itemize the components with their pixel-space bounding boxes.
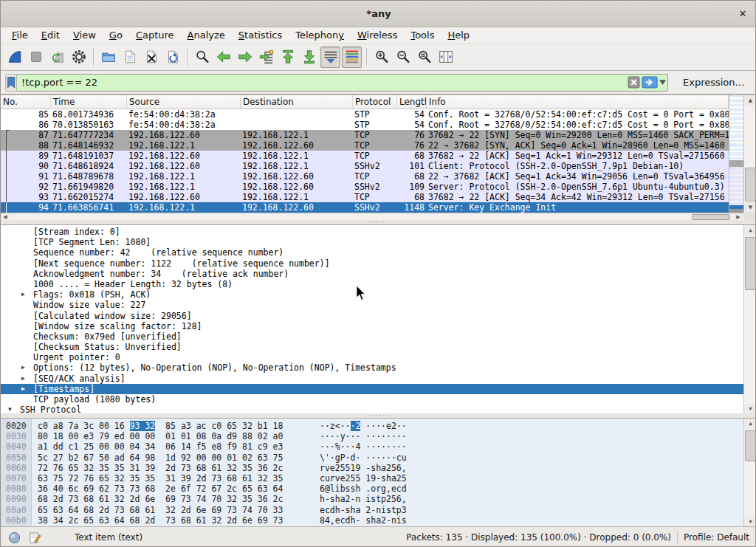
colorize-button[interactable] (342, 47, 362, 68)
packet-row-94[interactable]: 9471.663856741192.168.122.1192.168.122.6… (1, 202, 729, 213)
scrollbar-thumb[interactable] (745, 237, 756, 290)
open-file-button[interactable] (98, 47, 118, 68)
packet-row-85[interactable]: 8568.001734936fe:54:00:d4:38:2aSTP54Conf… (1, 109, 729, 120)
detail-line[interactable]: [TCP Segment Len: 1080] (1, 237, 743, 247)
hex-row-0030[interactable]: 003080 18 00 e3 79 ed 00 00 01 01 08 0a … (1, 431, 756, 441)
column-header-info[interactable]: Info (427, 95, 729, 109)
packet-row-93[interactable]: 9371.662015274192.168.122.60192.168.122.… (1, 192, 729, 202)
detail-line[interactable]: [Stream index: 0] (1, 227, 743, 237)
menu-capture[interactable]: Capture (129, 28, 181, 42)
find-packet-button[interactable] (192, 47, 212, 68)
menu-go[interactable]: Go (103, 28, 129, 42)
packet-row-86[interactable]: 8670.013850163fe:54:00:d4:38:2aSTP54Conf… (1, 120, 729, 130)
menu-file[interactable]: File (5, 28, 35, 42)
capture-options-button[interactable] (69, 47, 89, 68)
hex-row-00b0[interactable]: 00b038 34 2c 65 63 64 68 2d 73 68 61 32 … (1, 515, 756, 526)
zoom-original-button[interactable] (414, 47, 434, 68)
details-vscrollbar[interactable]: ▲ ▼ (743, 225, 756, 413)
packet-row-91[interactable]: 9171.648789678192.168.122.1192.168.122.6… (1, 171, 729, 182)
detail-line[interactable]: ▶[Timestamps] (1, 384, 743, 394)
detail-line[interactable]: [Checksum Status: Unverified] (1, 342, 743, 352)
bytes-vscrollbar[interactable]: ▲ ▼ (743, 419, 756, 526)
column-header-time[interactable]: Time (51, 95, 127, 109)
expander-closed-icon[interactable]: ▶ (21, 289, 25, 300)
menu-tools[interactable]: Tools (404, 28, 441, 42)
scrollbar-thumb[interactable] (745, 430, 756, 461)
zoom-out-button[interactable] (393, 47, 413, 68)
packet-list-vscrollbar[interactable]: ▲ ▼ (743, 95, 756, 213)
menu-statistics[interactable]: Statistics (232, 28, 289, 42)
scroll-up-icon[interactable]: ▲ (744, 419, 756, 429)
detail-line[interactable]: ▶[SEQ/ACK analysis] (1, 374, 743, 384)
detail-line[interactable]: Sequence number: 42 (relative sequence n… (1, 247, 743, 258)
packet-row-88[interactable]: 8871.648146932192.168.122.1192.168.122.6… (1, 140, 729, 151)
expander-closed-icon[interactable]: ▶ (21, 384, 25, 394)
menu-edit[interactable]: Edit (35, 28, 66, 42)
expander-closed-icon[interactable]: ▶ (21, 374, 25, 384)
zoom-in-button[interactable] (371, 47, 391, 68)
hex-row-0090[interactable]: 009068 2d 73 68 61 32 2d 6e 69 73 74 70 … (1, 494, 756, 504)
detail-line[interactable]: ▶Options: (12 bytes), No-Operation (NOP)… (1, 362, 743, 373)
display-filter-input[interactable] (17, 75, 667, 91)
go-first-button[interactable] (278, 47, 298, 68)
scroll-down-icon[interactable]: ▼ (744, 517, 756, 526)
hex-row-0080[interactable]: 008036 40 6c 69 62 73 73 68 2e 6f 72 67 … (1, 484, 756, 494)
column-header-destination[interactable]: Destination (241, 95, 353, 109)
expert-info-icon[interactable] (8, 531, 21, 544)
start-capture-button[interactable] (4, 47, 24, 68)
scroll-up-icon[interactable]: ▲ (744, 225, 756, 235)
status-profile[interactable]: Profile: Default (684, 532, 749, 543)
go-back-button[interactable] (213, 47, 233, 68)
capture-comment-icon[interactable] (29, 531, 42, 544)
menu-help[interactable]: Help (441, 28, 476, 42)
column-header-source[interactable]: Source (127, 95, 241, 109)
detail-line[interactable]: ▶Flags: 0x018 (PSH, ACK) (1, 289, 743, 300)
hex-row-0020[interactable]: 0020c0 a8 7a 3c 00 16 93 32 85 a3 ac c0 … (1, 421, 756, 431)
expander-open-icon[interactable]: ▼ (8, 405, 12, 413)
reload-file-button[interactable] (162, 47, 182, 68)
filter-bookmark-button[interactable] (5, 74, 17, 92)
detail-line[interactable]: [Next sequence number: 1122 (relative se… (1, 258, 743, 269)
packet-row-90[interactable]: 9071.648618924192.168.122.60192.168.122.… (1, 161, 729, 171)
go-forward-button[interactable] (235, 47, 255, 68)
packet-row-87[interactable]: 8771.647777234192.168.122.60192.168.122.… (1, 130, 729, 140)
scroll-up-icon[interactable]: ▲ (744, 95, 756, 106)
column-header-length[interactable]: Length (397, 95, 427, 109)
detail-line[interactable]: Urgent pointer: 0 (1, 352, 743, 362)
menu-analyze[interactable]: Analyze (181, 28, 232, 42)
packet-row-89[interactable]: 8971.648191037192.168.122.60192.168.122.… (1, 151, 729, 161)
save-file-button[interactable] (120, 47, 140, 68)
detail-line[interactable]: TCP payload (1080 bytes) (1, 394, 743, 405)
resize-columns-button[interactable] (436, 47, 456, 68)
detail-line[interactable]: Acknowledgment number: 34 (relative ack … (1, 269, 743, 279)
detail-line[interactable]: Checksum: 0x79ed [unverified] (1, 331, 743, 342)
restart-capture-button[interactable] (47, 47, 67, 68)
scrollbar-thumb[interactable] (745, 168, 756, 202)
detail-line[interactable]: Window size value: 227 (1, 300, 743, 310)
packet-row-92[interactable]: 9271.661949820192.168.122.1192.168.122.6… (1, 182, 729, 192)
apply-filter-icon[interactable] (642, 76, 658, 89)
column-header-no[interactable]: No. (1, 95, 51, 109)
go-last-button[interactable] (299, 47, 319, 68)
detail-line[interactable]: [Window size scaling factor: 128] (1, 321, 743, 331)
menu-view[interactable]: View (66, 28, 103, 42)
go-to-packet-button[interactable] (256, 47, 276, 68)
filter-history-chevron-icon[interactable] (659, 80, 666, 85)
hex-row-0070[interactable]: 007063 75 72 76 65 32 35 35 31 39 2d 73 … (1, 473, 756, 484)
clear-filter-icon[interactable] (628, 76, 640, 89)
menu-telephony[interactable]: Telephony (289, 28, 351, 42)
scroll-down-icon[interactable]: ▼ (744, 404, 756, 413)
expression-button[interactable]: Expression… (678, 75, 749, 89)
detail-line[interactable]: 1000 .... = Header Length: 32 bytes (8) (1, 279, 743, 289)
scroll-down-icon[interactable]: ▼ (744, 202, 756, 213)
hscrollbar-thumb[interactable] (692, 214, 730, 220)
column-header-protocol[interactable]: Protocol (353, 95, 397, 109)
packet-list-minimap[interactable] (729, 95, 743, 213)
auto-scroll-button[interactable] (320, 47, 340, 68)
expander-closed-icon[interactable]: ▶ (21, 362, 25, 373)
title-bar[interactable]: *any ✕ (1, 1, 756, 27)
detail-line[interactable]: [Calculated window size: 29056] (1, 311, 743, 321)
stop-capture-button[interactable] (26, 47, 46, 68)
close-icon[interactable]: ✕ (736, 7, 749, 21)
hex-row-0060[interactable]: 006072 76 65 32 35 35 31 39 2d 73 68 61 … (1, 463, 756, 473)
